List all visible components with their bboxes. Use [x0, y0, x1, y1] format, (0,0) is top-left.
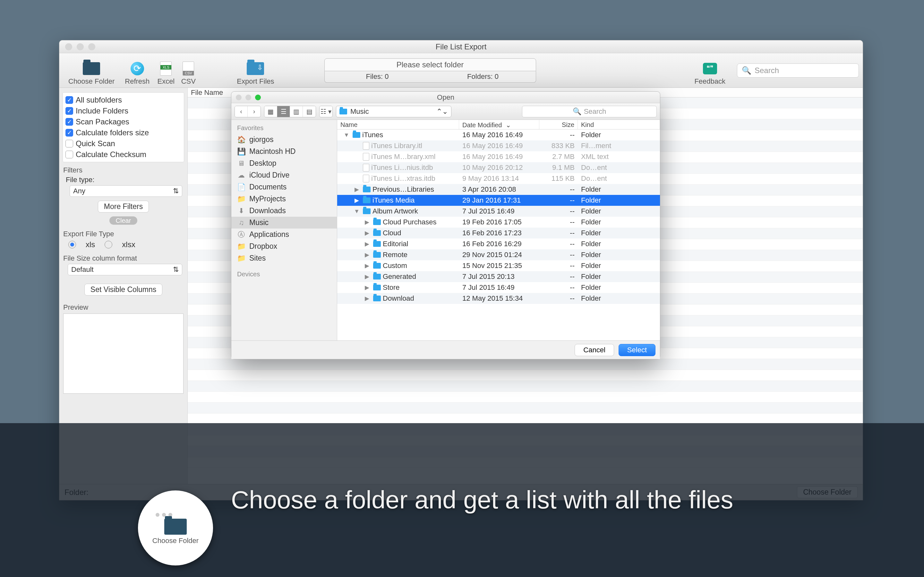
- select-button[interactable]: Select: [619, 344, 656, 356]
- file-row[interactable]: ▶iTunes Media29 Jan 2016 17:31--Folder: [337, 195, 660, 206]
- current-path: Music: [351, 107, 368, 116]
- disclosure-icon[interactable]: ▶: [352, 197, 361, 204]
- file-row[interactable]: ▼iTunes16 May 2016 16:49--Folder: [337, 129, 660, 140]
- more-filters-button[interactable]: More Filters: [98, 201, 149, 213]
- sidebar-item-documents[interactable]: 📄Documents: [231, 181, 337, 193]
- col-size[interactable]: Size: [540, 120, 578, 129]
- file-kind: Folder: [578, 207, 660, 215]
- sidebar-item-desktop[interactable]: 🖥Desktop: [231, 157, 337, 169]
- col-date[interactable]: Date Modified ⌄: [459, 120, 540, 129]
- column-view-button[interactable]: ▥: [290, 106, 303, 117]
- disclosure-icon[interactable]: ▶: [352, 186, 361, 193]
- feedback-button[interactable]: ❝❞ Feedback: [689, 55, 730, 85]
- disclosure-icon[interactable]: ▶: [363, 240, 371, 247]
- file-row[interactable]: ▶Generated7 Jul 2015 20:13--Folder: [337, 271, 660, 282]
- option-calculate-checksum[interactable]: Calculate Checksum: [65, 149, 181, 160]
- option-all-subfolders[interactable]: ✓All subfolders: [65, 95, 181, 105]
- file-row[interactable]: iTunes Li…xtras.itdb9 May 2016 13:14115 …: [337, 173, 660, 184]
- csv-icon: CSV: [183, 61, 194, 76]
- option-scan-packages[interactable]: ✓Scan Packages: [65, 116, 181, 127]
- disclosure-icon[interactable]: ▶: [363, 229, 371, 237]
- search-placeholder: Search: [754, 66, 779, 75]
- search-input[interactable]: 🔍 Search: [737, 63, 859, 77]
- file-size: 833 KB: [540, 142, 578, 150]
- file-row[interactable]: ▶Remote29 Nov 2015 01:24--Folder: [337, 250, 660, 260]
- file-row[interactable]: ▶Cloud16 Feb 2016 17:23--Folder: [337, 227, 660, 239]
- file-date: 7 Jul 2015 20:13: [459, 272, 540, 281]
- file-row[interactable]: ▶Store7 Jul 2015 16:49--Folder: [337, 282, 660, 293]
- cancel-button[interactable]: Cancel: [575, 344, 614, 356]
- path-popup[interactable]: Music ⌃⌄: [336, 106, 451, 117]
- sidebar-item-music[interactable]: ♫Music: [231, 217, 337, 229]
- sidebar-item-icon: ⬇: [237, 207, 246, 214]
- list-view-button[interactable]: ☰: [277, 106, 290, 117]
- file-row[interactable]: ▶Download12 May 2015 15:34--Folder: [337, 293, 660, 304]
- choose-folder-button[interactable]: Choose Folder: [63, 55, 120, 85]
- refresh-button[interactable]: ⟳ Refresh: [120, 55, 155, 85]
- file-row[interactable]: ▼Album Artwork7 Jul 2015 16:49--Folder: [337, 206, 660, 217]
- forward-button[interactable]: ›: [248, 106, 260, 117]
- icon-view-button[interactable]: ▦: [264, 106, 277, 117]
- back-button[interactable]: ‹: [235, 106, 248, 117]
- csv-button[interactable]: CSV CSV: [177, 55, 200, 85]
- option-include-folders[interactable]: ✓Include Folders: [65, 105, 181, 116]
- scan-options: ✓All subfolders✓Include Folders✓Scan Pac…: [63, 92, 184, 162]
- file-row[interactable]: ▶Cloud Purchases19 Feb 2016 17:05--Folde…: [337, 217, 660, 227]
- disclosure-icon[interactable]: ▶: [363, 262, 371, 269]
- option-calculate-folders-size[interactable]: ✓Calculate folders size: [65, 127, 181, 138]
- file-row[interactable]: ▶Previous…Libraries3 Apr 2016 20:08--Fol…: [337, 184, 660, 195]
- file-kind: Folder: [578, 294, 660, 303]
- file-date: 7 Jul 2015 16:49: [459, 207, 540, 215]
- select-folder-hint: Please select folder: [325, 58, 536, 71]
- excel-button[interactable]: XLS Excel: [155, 55, 177, 85]
- clear-filters-button[interactable]: Clear: [110, 216, 137, 225]
- open-search-input[interactable]: 🔍 Search: [522, 106, 657, 117]
- filesize-select[interactable]: Default ⇅: [68, 264, 182, 276]
- arrange-button[interactable]: ☷ ▾: [320, 106, 333, 117]
- disclosure-icon[interactable]: ▶: [363, 273, 371, 280]
- file-row[interactable]: ▶Custom15 Nov 2015 21:35--Folder: [337, 260, 660, 271]
- file-date: 9 May 2016 13:14: [459, 174, 540, 183]
- file-row[interactable]: iTunes M…brary.xml16 May 2016 16:492.7 M…: [337, 151, 660, 162]
- sidebar-item-myprojects[interactable]: 📁MyProjects: [231, 193, 337, 205]
- folder-icon: [373, 274, 381, 279]
- col-name[interactable]: Name: [337, 120, 459, 129]
- folder-icon: [339, 109, 347, 114]
- disclosure-icon[interactable]: ▶: [363, 295, 371, 302]
- sidebar-item-label: iCloud Drive: [249, 171, 289, 179]
- filetype-select[interactable]: Any ⇅: [69, 185, 182, 197]
- xlsx-radio[interactable]: [105, 241, 112, 248]
- file-size: --: [540, 229, 578, 237]
- open-sidebar: Favorites 🏠giorgos💾Macintosh HD🖥Desktop☁…: [231, 120, 337, 340]
- sidebar-item-giorgos[interactable]: 🏠giorgos: [231, 134, 337, 145]
- disclosure-icon[interactable]: ▶: [363, 251, 371, 258]
- export-files-button[interactable]: Export Files: [232, 55, 279, 85]
- disclosure-icon[interactable]: ▶: [363, 219, 371, 226]
- disclosure-icon[interactable]: ▼: [342, 132, 351, 139]
- refresh-icon: ⟳: [131, 62, 144, 75]
- sidebar-item-dropbox[interactable]: 📁Dropbox: [231, 240, 337, 252]
- disclosure-icon[interactable]: ▶: [363, 284, 371, 291]
- file-date: 3 Apr 2016 20:08: [459, 185, 540, 193]
- col-kind[interactable]: Kind: [578, 120, 660, 129]
- set-visible-columns-button[interactable]: Set Visible Columns: [84, 284, 162, 295]
- file-row[interactable]: ▶Editorial16 Feb 2016 16:29--Folder: [337, 239, 660, 250]
- file-size: --: [540, 251, 578, 259]
- sidebar-item-label: Desktop: [249, 159, 276, 168]
- file-row[interactable]: iTunes Library.itl16 May 2016 16:49833 K…: [337, 140, 660, 151]
- xls-radio[interactable]: [68, 241, 76, 248]
- folders-count: Folders: 0: [430, 71, 536, 82]
- sidebar-item-macintosh-hd[interactable]: 💾Macintosh HD: [231, 145, 337, 157]
- option-quick-scan[interactable]: Quick Scan: [65, 138, 181, 149]
- sidebar-item-downloads[interactable]: ⬇Downloads: [231, 205, 337, 217]
- open-title: Open: [231, 93, 660, 102]
- coverflow-view-button[interactable]: ▤: [303, 106, 316, 117]
- folder-icon: [373, 295, 381, 301]
- file-size: --: [540, 261, 578, 270]
- sidebar-item-icloud-drive[interactable]: ☁iCloud Drive: [231, 169, 337, 181]
- sidebar-item-applications[interactable]: ⒶApplications: [231, 229, 337, 240]
- disclosure-icon[interactable]: ▼: [352, 208, 361, 215]
- sidebar-item-label: giorgos: [249, 135, 273, 144]
- sidebar-item-sites[interactable]: 📁Sites: [231, 252, 337, 264]
- file-row[interactable]: iTunes Li…nius.itdb10 May 2016 20:129.1 …: [337, 162, 660, 173]
